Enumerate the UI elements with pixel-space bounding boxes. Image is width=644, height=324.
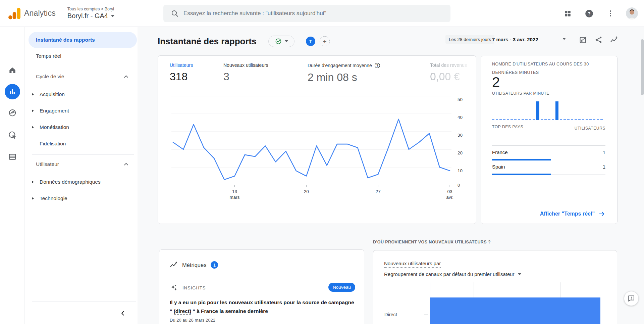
property-name: Boryl.fr - GA4: [67, 12, 108, 20]
country-bar-track: [492, 159, 605, 160]
arrow-right-icon: [598, 210, 605, 218]
analytics-logo[interactable]: Analytics: [8, 7, 56, 20]
realtime-title: NOMBRE D'UTILISATEURS AU COURS DES 30 DE…: [492, 60, 608, 77]
metrics-selector-row[interactable]: Métriques 1: [170, 261, 218, 269]
view-realtime-link[interactable]: Afficher "Temps réel": [540, 210, 605, 218]
svg-text:10: 10: [458, 168, 463, 173]
date-preset-tag[interactable]: Les 28 derniers jours: [445, 35, 494, 44]
caret-down-icon: [111, 15, 114, 17]
rail-explore[interactable]: [0, 108, 24, 117]
diagnostics-grid-button[interactable]: [561, 7, 574, 20]
account-avatar-button[interactable]: [625, 7, 639, 20]
advertising-icon: [8, 131, 17, 139]
sidebar-section-utilisateur[interactable]: Utilisateur: [24, 155, 138, 174]
insights-button[interactable]: [607, 35, 621, 44]
page-scrollbar[interactable]: [641, 39, 644, 95]
bar-chart-icon: [8, 88, 16, 96]
svg-text:?: ?: [376, 64, 378, 67]
report-status-pill[interactable]: [268, 36, 294, 47]
rail-library[interactable]: [0, 152, 24, 161]
channel-bar-chart: Direct: [373, 282, 617, 324]
metric-tab-dur-e-d-engagement-moyenne[interactable]: Durée d'engagement moyenne?2 min 08 s: [308, 62, 428, 84]
more-menu-button[interactable]: [604, 7, 617, 20]
country-bar-track: [492, 174, 605, 175]
expand-icon[interactable]: [32, 109, 34, 112]
country-row-spain: Spain1: [492, 164, 605, 175]
help-button[interactable]: ?: [582, 7, 596, 20]
minute-zero-dash: [533, 119, 535, 120]
collapse-sidebar-button[interactable]: [116, 307, 129, 320]
chevron-up-icon[interactable]: [123, 73, 129, 80]
category-tick: [424, 315, 428, 315]
minute-zero-dash: [552, 119, 554, 120]
sidebar-item-technologie[interactable]: Technologie: [24, 190, 138, 206]
metric-tab-total-des-revenus[interactable]: Total des revenus0,00 €: [430, 62, 476, 83]
minute-zero-dash: [525, 119, 528, 120]
help-icon[interactable]: ?: [374, 62, 380, 68]
left-icon-rail: [0, 27, 24, 324]
insights-header-row: INSIGHTS: [170, 284, 206, 292]
caret-down-icon[interactable]: [562, 38, 566, 40]
customize-report-button[interactable]: [576, 35, 590, 44]
realtime-table-divider: [492, 145, 605, 146]
metric-label: Utilisateurs: [170, 62, 193, 68]
sparkle-icon: [170, 284, 178, 292]
dimension-metric-label[interactable]: Nouveaux utilisateurs par: [384, 261, 441, 268]
metric-value: 0,00 €: [430, 71, 476, 83]
metrics-selector-label: Métriques: [182, 262, 206, 268]
expand-icon[interactable]: [32, 181, 34, 183]
top-actions: ?: [561, 0, 639, 27]
chevron-up-icon[interactable]: [123, 161, 129, 168]
svg-text:20: 20: [458, 150, 463, 155]
country-rows: France1Spain1: [492, 146, 605, 175]
search-input[interactable]: [183, 10, 450, 17]
view-realtime-label: Afficher "Temps réel": [540, 211, 595, 217]
collaborator-avatar[interactable]: T: [306, 37, 315, 46]
feedback-icon: [628, 295, 635, 302]
rail-home[interactable]: [0, 66, 24, 75]
minute-zero-dash: [511, 119, 513, 120]
country-name: France: [492, 149, 508, 156]
sidebar-item-label: Données démographiques: [40, 179, 101, 185]
add-collaborator-button[interactable]: +: [320, 36, 330, 46]
sidebar-item-label: Technologie: [40, 195, 67, 201]
sidebar-item-temps-r-el[interactable]: Temps réel: [24, 48, 138, 64]
rail-advertising[interactable]: [0, 131, 24, 139]
minute-zero-dash: [593, 119, 595, 120]
date-range-selector[interactable]: 7 mars - 3 avr. 2022: [492, 35, 538, 44]
share-report-button[interactable]: [592, 35, 605, 44]
help-icon: ?: [585, 9, 594, 18]
country-name: Spain: [492, 164, 505, 171]
sidebar-item-engagement[interactable]: Engagement: [24, 102, 138, 119]
report-nav-sidebar: Instantané des rapportsTemps réelCycle d…: [24, 27, 138, 324]
metric-tab-nouveaux-utilisateurs[interactable]: Nouveaux utilisateurs3: [223, 62, 304, 83]
insight-period: Du 20 au 26 mars 2022: [170, 318, 215, 323]
expand-icon[interactable]: [32, 197, 34, 200]
section-title: Cycle de vie: [36, 74, 64, 80]
sidebar-item-fid-lisation[interactable]: Fidélisation: [24, 135, 138, 152]
sidebar-item-mon-tisation[interactable]: Monétisation: [24, 119, 138, 135]
expand-icon[interactable]: [32, 126, 34, 129]
search-icon: [171, 9, 179, 17]
minute-zero-dash: [597, 119, 599, 120]
search-bar[interactable]: [163, 5, 450, 22]
new-badge: Nouveau: [328, 283, 355, 292]
sidebar-section-cycle-de-vie[interactable]: Cycle de vie: [24, 67, 138, 86]
minute-zero-dash: [582, 119, 584, 120]
expand-icon[interactable]: [32, 93, 34, 96]
property-selector[interactable]: Boryl.fr - GA4: [67, 12, 114, 20]
grid-icon: [564, 9, 572, 18]
minute-zero-dash: [507, 119, 509, 120]
feedback-button[interactable]: [624, 291, 639, 306]
rail-reports[interactable]: [0, 84, 24, 99]
account-selector[interactable]: Tous les comptes > Boryl Boryl.fr - GA4: [67, 7, 114, 20]
sidebar-item-donn-es-d-mographiques[interactable]: Données démographiques: [24, 174, 138, 190]
minute-zero-dash: [586, 119, 588, 120]
metric-tab-utilisateurs[interactable]: Utilisateurs318: [170, 62, 220, 83]
insight-direct-link[interactable]: (direct): [174, 308, 192, 315]
sidebar-item-instantan-des-rapports[interactable]: Instantané des rapports: [29, 32, 137, 48]
minute-zero-dash: [518, 119, 520, 120]
sidebar-item-acquisition[interactable]: Acquisition: [24, 86, 138, 102]
dimension-selector[interactable]: Regroupement de canaux par défaut du pre…: [384, 271, 522, 277]
user-avatar: [626, 7, 638, 19]
